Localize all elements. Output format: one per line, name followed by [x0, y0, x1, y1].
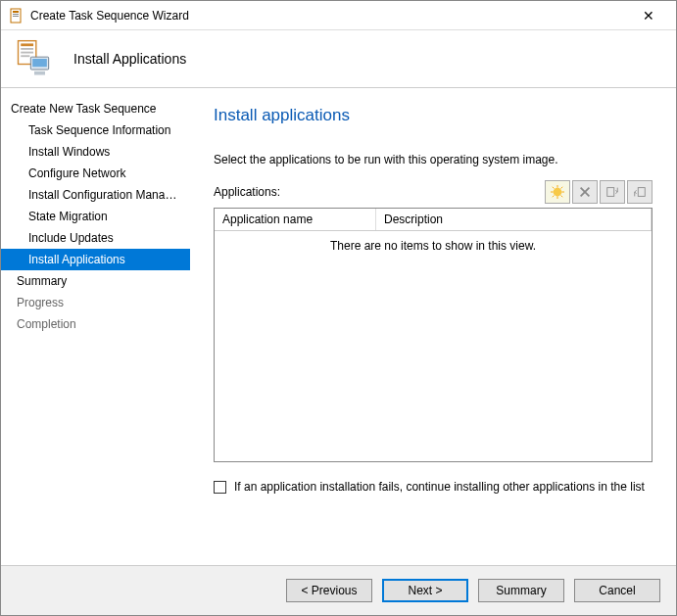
- app-icon: [9, 8, 24, 24]
- wizard-window: Create Task Sequence Wizard ✕ Install Ap…: [0, 0, 677, 616]
- content-heading: Install applications: [214, 106, 653, 125]
- svg-rect-24: [638, 188, 645, 197]
- previous-button[interactable]: < Previous: [286, 579, 372, 602]
- svg-rect-7: [21, 52, 33, 54]
- continue-on-fail-label: If an application installation fails, co…: [234, 480, 645, 494]
- svg-rect-8: [21, 55, 29, 57]
- wizard-footer: < Previous Next > Summary Cancel: [1, 566, 676, 615]
- continue-on-fail-row[interactable]: If an application installation fails, co…: [214, 480, 653, 494]
- instruction-text: Select the applications to be run with t…: [214, 153, 653, 166]
- svg-rect-23: [607, 188, 614, 197]
- continue-on-fail-checkbox[interactable]: [214, 481, 226, 494]
- sidebar-item-state-migration[interactable]: State Migration: [1, 206, 190, 227]
- sidebar-item-configure-network[interactable]: Configure Network: [1, 163, 190, 184]
- sidebar-item-install-applications[interactable]: Install Applications: [1, 249, 190, 270]
- page-title: Install Applications: [73, 51, 186, 67]
- move-up-button[interactable]: [600, 180, 625, 204]
- svg-rect-2: [13, 14, 19, 15]
- applications-label: Applications:: [214, 185, 280, 199]
- applications-toolbar: [545, 180, 653, 204]
- svg-line-18: [561, 196, 563, 198]
- move-down-button[interactable]: [627, 180, 653, 204]
- list-columns: Application name Description: [215, 209, 652, 231]
- close-button[interactable]: ✕: [629, 8, 668, 24]
- svg-rect-5: [21, 43, 33, 46]
- sidebar-item-install-configuration-manager[interactable]: Install Configuration Manager: [1, 184, 190, 206]
- column-header-description[interactable]: Description: [376, 209, 652, 230]
- svg-rect-1: [13, 11, 19, 13]
- sidebar-item-install-windows[interactable]: Install Windows: [1, 141, 190, 163]
- svg-rect-3: [13, 16, 19, 17]
- task-sequence-icon: [13, 37, 56, 80]
- sidebar-item-include-updates[interactable]: Include Updates: [1, 227, 190, 249]
- svg-rect-10: [32, 59, 47, 67]
- content-pane: Install applications Select the applicat…: [190, 88, 676, 565]
- sidebar-nav: Create New Task Sequence Task Sequence I…: [1, 88, 190, 565]
- list-empty-text: There are no items to show in this view.: [215, 231, 652, 461]
- sidebar-item-completion[interactable]: Completion: [1, 313, 190, 335]
- sidebar-item-summary[interactable]: Summary: [1, 270, 190, 292]
- delete-item-button[interactable]: [572, 180, 598, 204]
- sidebar-item-progress[interactable]: Progress: [1, 292, 190, 313]
- svg-point-12: [554, 188, 562, 197]
- svg-line-20: [553, 196, 555, 198]
- wizard-header: Install Applications: [1, 30, 676, 87]
- sidebar-group-header: Create New Task Sequence: [1, 98, 190, 119]
- next-button[interactable]: Next >: [382, 579, 468, 602]
- summary-button[interactable]: Summary: [478, 579, 564, 602]
- svg-line-17: [553, 187, 555, 189]
- window-title: Create Task Sequence Wizard: [30, 9, 189, 23]
- svg-line-19: [561, 187, 563, 189]
- cancel-button[interactable]: Cancel: [574, 579, 660, 602]
- titlebar: Create Task Sequence Wizard ✕: [1, 1, 676, 30]
- svg-rect-11: [34, 71, 45, 75]
- wizard-body: Create New Task Sequence Task Sequence I…: [1, 87, 676, 566]
- sidebar-item-task-sequence-information[interactable]: Task Sequence Information: [1, 119, 190, 141]
- column-header-name[interactable]: Application name: [215, 209, 376, 230]
- new-item-button[interactable]: [545, 180, 570, 204]
- applications-list[interactable]: Application name Description There are n…: [214, 208, 653, 462]
- svg-rect-6: [21, 48, 33, 50]
